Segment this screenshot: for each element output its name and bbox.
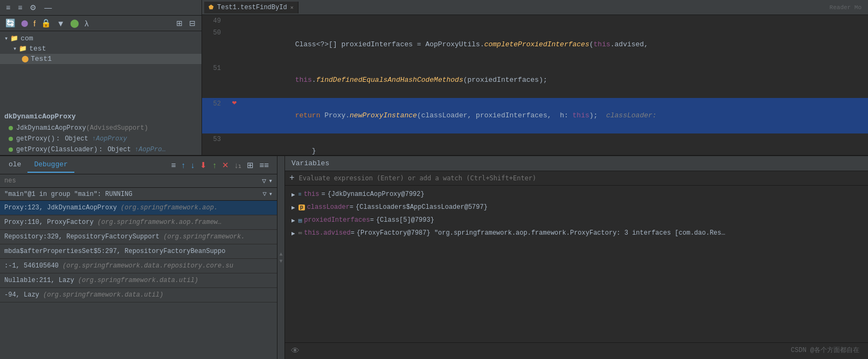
method-dot-icon-2: [9, 137, 13, 141]
tree-item-test[interactable]: ▾ 📁 test: [0, 44, 202, 54]
line-num-50: 50: [202, 27, 226, 39]
tab-console[interactable]: ole: [2, 157, 27, 173]
green-dot-icon[interactable]: ⬤: [69, 18, 80, 29]
variables-panel: Variables + ▶ ≡ this = {JdkDynamicAopPro…: [285, 156, 868, 359]
reader-mode-label: Reader Mo: [830, 4, 866, 11]
tree-item-com[interactable]: ▾ 📁 com: [0, 33, 202, 44]
step-over-btn[interactable]: ↑: [179, 159, 187, 171]
class-name: dkDynamicAopProxy: [0, 110, 202, 123]
thread-filter-icon[interactable]: ▽: [263, 190, 267, 198]
expand-tree-btn[interactable]: ⊞: [175, 18, 184, 29]
lock-icon[interactable]: 🔒: [40, 18, 52, 29]
code-line-49: 49: [202, 15, 868, 27]
method-name-constructor: JdkDynamicAopProxy(AdvisedSupport): [16, 124, 148, 132]
debug-icons-row: 🔄 ⬤ f 🔒 ▼ ⬤ λ ⊞ ⊟: [0, 16, 202, 31]
chevron-down-icon: ▾: [4, 34, 8, 43]
expression-input[interactable]: [299, 174, 864, 182]
frame-item-5[interactable]: Nullable:211, Lazy (org.springframework.…: [0, 273, 277, 288]
line-content-50: Class<?>[] proxiedInterfaces = AopProxyU…: [242, 27, 868, 62]
collapse-all-btn[interactable]: ≡: [4, 2, 12, 13]
tree-item-test1[interactable]: ⬤ Test1: [0, 54, 202, 64]
expand-this-icon[interactable]: ▶: [291, 191, 295, 198]
reload-icon[interactable]: 🔄: [4, 18, 17, 29]
thread-expand-icon[interactable]: ▾: [269, 190, 273, 198]
drop-frame-btn[interactable]: ↓₁: [233, 159, 244, 171]
frames-btn[interactable]: ≡: [170, 159, 178, 171]
code-line-51: 51 this.findDefinedEqualsAndHashCodeMeth…: [202, 62, 868, 98]
method-list: JdkDynamicAopProxy(AdvisedSupport) getPr…: [0, 123, 202, 155]
var-icon-p: p: [298, 205, 305, 210]
expand-proxied-icon[interactable]: ▶: [291, 217, 295, 224]
purple-dot-icon[interactable]: ⬤: [20, 19, 29, 27]
var-icon-array: ▤: [298, 217, 302, 224]
step-into-btn[interactable]: ↓: [189, 159, 197, 171]
var-item-classloader[interactable]: ▶ p classLoader = {ClassLoaders$AppClass…: [285, 201, 868, 214]
method-name-getproxy-cl: getProxy(ClassLoader): Object ↑AopPro…: [16, 146, 166, 153]
method-item-constructor[interactable]: JdkDynamicAopProxy(AdvisedSupport): [0, 123, 202, 133]
var-name-advised: this.advised: [304, 229, 350, 237]
table-btn[interactable]: ⊞: [245, 159, 255, 171]
expand-icon[interactable]: ▾: [268, 177, 273, 185]
add-watch-btn[interactable]: +: [289, 173, 295, 183]
frame-item-0[interactable]: Proxy:123, JdkDynamicAopProxy (org.sprin…: [0, 201, 277, 215]
method-name-getproxy: getProxy(): Object ↑AopProxy: [16, 135, 127, 143]
line-content-52: return Proxy.newProxyInstance(classLoade…: [242, 98, 868, 133]
frames-list: Proxy:123, JdkDynamicAopProxy (org.sprin…: [0, 201, 277, 359]
tab-debugger[interactable]: Debugger: [27, 157, 74, 173]
bottom-left-panel: ole Debugger ≡ ↑ ↓ ⬇ ↑ ✕ ↓₁ ⊞ ≡≡: [0, 156, 277, 359]
breakpoint-icon: ❤: [232, 98, 237, 107]
var-icon-eq: ≡: [298, 192, 302, 198]
file-tree: ▾ 📁 com ▾ 📁 test ⬤ Test1: [0, 31, 202, 110]
scroll-up-arrow[interactable]: ▲: [279, 251, 282, 257]
step-out-btn[interactable]: ⬇: [198, 159, 209, 171]
expand-advised-icon[interactable]: ▶: [291, 230, 295, 237]
tree-label-test1: Test1: [31, 55, 52, 63]
editor-tab[interactable]: ⬟ Test1.testFindById ✕: [204, 2, 298, 13]
frame-item-3[interactable]: mbda$afterPropertiesSet$5:297, Repositor…: [0, 244, 277, 259]
frames-label: nes: [4, 177, 16, 185]
line-num-51: 51: [202, 62, 226, 74]
debugger-tab-bar: ole Debugger ≡ ↑ ↓ ⬇ ↑ ✕ ↓₁ ⊞ ≡≡: [0, 156, 277, 174]
thread-header: nes ▽ ▾: [0, 174, 277, 188]
line-num-49: 49: [202, 15, 226, 27]
var-name-classloader: classLoader: [307, 203, 350, 211]
scroll-down-arrow[interactable]: ▼: [279, 258, 282, 264]
var-item-proxiedinterfaces[interactable]: ▶ ▤ proxiedInterfaces = {Class[5]@7993}: [285, 214, 868, 227]
collapse-tree-btn[interactable]: ⊟: [188, 18, 197, 29]
settings-btn[interactable]: ⚙: [28, 2, 38, 13]
folder-icon-test: 📁: [19, 45, 27, 53]
var-list: ▶ ≡ this = {JdkDynamicAopProxy@7992} ▶ p…: [285, 186, 868, 342]
function-icon[interactable]: f: [32, 18, 37, 29]
method-item-getproxy-classloader[interactable]: getProxy(ClassLoader): Object ↑AopPro…: [0, 144, 202, 155]
watermark: CSDN @各个方面都自在: [791, 346, 859, 355]
evaluate-btn[interactable]: ✕: [220, 159, 231, 171]
watch-icon-btn[interactable]: 👁: [289, 345, 301, 357]
expand-classloader-icon[interactable]: ▶: [291, 204, 295, 211]
thread-name: "main"@1 in group "main": RUNNING: [4, 191, 263, 198]
sidebar-toolbar: ≡ ≡ ⚙ —: [0, 0, 202, 16]
code-line-53: 53 }: [202, 133, 868, 155]
var-item-this-advised[interactable]: ▶ ∞ this.advised = {ProxyFactory@7987} "…: [285, 227, 868, 240]
minimize-btn[interactable]: —: [43, 2, 53, 13]
frame-item-1[interactable]: Proxy:110, ProxyFactory (org.springframe…: [0, 215, 277, 230]
thread-running-row: "main"@1 in group "main": RUNNING ▽ ▾: [0, 188, 277, 201]
line-content-51: this.findDefinedEqualsAndHashCodeMethods…: [242, 62, 868, 98]
method-dot-icon: [9, 126, 13, 130]
bottom-section: ole Debugger ≡ ↑ ↓ ⬇ ↑ ✕ ↓₁ ⊞ ≡≡: [0, 156, 868, 359]
expand-all-btn[interactable]: ≡: [16, 2, 24, 13]
var-item-this[interactable]: ▶ ≡ this = {JdkDynamicAopProxy@7992}: [285, 188, 868, 201]
frame-item-6[interactable]: -94, Lazy (org.springframework.data.util…: [0, 288, 277, 302]
filter-icon[interactable]: ▽: [262, 177, 266, 185]
structure-icon[interactable]: ▼: [55, 18, 66, 29]
line-content-53: }: [242, 133, 868, 155]
run-to-cursor-btn[interactable]: ↑: [211, 159, 218, 171]
var-name-proxied: proxiedInterfaces: [304, 216, 370, 224]
tab-close-icon[interactable]: ✕: [290, 4, 294, 11]
frame-item-2[interactable]: Repository:329, RepositoryFactorySupport…: [0, 230, 277, 244]
frame-item-4[interactable]: :-1, 546105640 (org.springframework.data…: [0, 259, 277, 273]
line-gutter-52: ❤: [226, 98, 242, 107]
lambda-icon[interactable]: λ: [84, 18, 90, 29]
line-num-52: 52: [202, 98, 226, 110]
method-item-getproxy[interactable]: getProxy(): Object ↑AopProxy: [0, 133, 202, 144]
settings2-btn[interactable]: ≡≡: [258, 159, 270, 171]
